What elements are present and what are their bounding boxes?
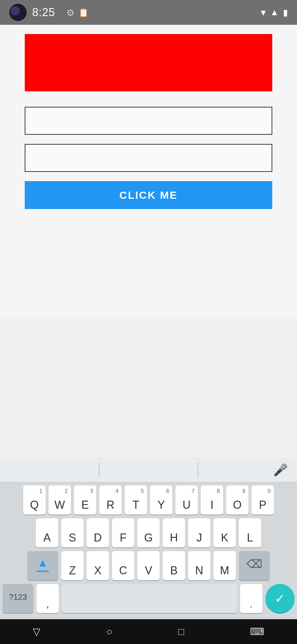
key-t[interactable]: 5T	[125, 485, 147, 515]
key-w[interactable]: 2W	[49, 485, 71, 515]
key-a[interactable]: A	[36, 518, 58, 547]
status-bar: 8:25 ⊙ 📋 ▾ ▲ ▮	[0, 0, 297, 25]
key-symbols[interactable]: ?123	[2, 584, 33, 613]
key-p[interactable]: 0P	[252, 485, 274, 515]
key-s[interactable]: S	[61, 518, 84, 547]
key-b[interactable]: B	[163, 551, 185, 580]
keyboard-area: 🎤 1Q 2W 3E 4R 5T 6Y 7U 8I 9O 0P A S D F …	[0, 458, 297, 619]
status-bar-left: 8:25 ⊙ 📋	[9, 4, 89, 21]
key-c[interactable]: C	[112, 551, 134, 580]
nav-home-button[interactable]: ○	[106, 626, 112, 637]
suggestion-2[interactable]	[99, 467, 198, 473]
shift-line	[37, 571, 49, 572]
nav-back-button[interactable]: ▽	[33, 626, 41, 637]
shift-up-arrow: ▲	[37, 556, 48, 569]
key-v[interactable]: V	[137, 551, 160, 580]
key-e[interactable]: 3E	[74, 485, 96, 515]
key-space[interactable]	[62, 584, 237, 613]
status-icons: ⊙ 📋	[67, 7, 89, 18]
key-d[interactable]: D	[87, 518, 109, 547]
mic-icon[interactable]: 🎤	[273, 463, 288, 477]
key-row-2: A S D F G H J K L	[2, 518, 295, 547]
status-right-icons: ▾ ▲ ▮	[261, 7, 288, 18]
key-m[interactable]: M	[213, 551, 236, 580]
key-comma[interactable]: ,	[37, 584, 59, 613]
key-k[interactable]: K	[213, 518, 236, 547]
empty-space	[25, 218, 272, 317]
red-banner	[25, 34, 272, 91]
key-row-4: ?123 , . ✓	[2, 584, 295, 613]
input-field-1[interactable]	[25, 107, 272, 135]
key-shift[interactable]: ▲	[27, 551, 58, 580]
sim-icon: ⊙	[67, 7, 74, 18]
status-time: 8:25	[32, 6, 55, 19]
nav-recent-button[interactable]: □	[178, 626, 184, 637]
key-row-1: 1Q 2W 3E 4R 5T 6Y 7U 8I 9O 0P	[2, 485, 295, 515]
key-x[interactable]: X	[87, 551, 109, 580]
key-i[interactable]: 8I	[201, 485, 223, 515]
clipboard-icon: 📋	[78, 7, 89, 18]
key-l[interactable]: L	[239, 518, 261, 547]
key-r[interactable]: 4R	[99, 485, 122, 515]
app-content: CLICK ME	[0, 25, 297, 317]
key-u[interactable]: 7U	[175, 485, 198, 515]
nav-keyboard-button[interactable]: ⌨	[250, 626, 264, 637]
key-g[interactable]: G	[137, 518, 160, 547]
key-f[interactable]: F	[112, 518, 134, 547]
suggestion-1[interactable]	[0, 467, 99, 473]
key-backspace[interactable]: ⌫	[239, 551, 270, 580]
key-n[interactable]: N	[188, 551, 210, 580]
backspace-icon: ⌫	[247, 558, 262, 571]
app-icon	[9, 4, 27, 21]
input-field-2[interactable]	[25, 144, 272, 172]
key-z[interactable]: Z	[61, 551, 84, 580]
suggestions-bar: 🎤	[0, 458, 297, 482]
wifi-icon: ▾	[261, 7, 266, 18]
key-row-3: ▲ Z X C V B N M ⌫	[2, 551, 295, 580]
click-me-button[interactable]: CLICK ME	[25, 181, 272, 209]
battery-icon: ▮	[283, 7, 288, 18]
key-h[interactable]: H	[163, 518, 185, 547]
key-period[interactable]: .	[240, 584, 262, 613]
signal-icon: ▲	[270, 7, 279, 17]
key-j[interactable]: J	[188, 518, 210, 547]
bottom-nav-bar: ▽ ○ □ ⌨	[0, 619, 297, 644]
keyboard-rows: 1Q 2W 3E 4R 5T 6Y 7U 8I 9O 0P A S D F G …	[0, 482, 297, 619]
enter-check-icon: ✓	[275, 591, 285, 606]
key-enter[interactable]: ✓	[265, 584, 295, 613]
key-o[interactable]: 9O	[226, 485, 248, 515]
symbols-label: ?123	[9, 592, 27, 602]
key-q[interactable]: 1Q	[23, 485, 45, 515]
key-y[interactable]: 6Y	[150, 485, 172, 515]
